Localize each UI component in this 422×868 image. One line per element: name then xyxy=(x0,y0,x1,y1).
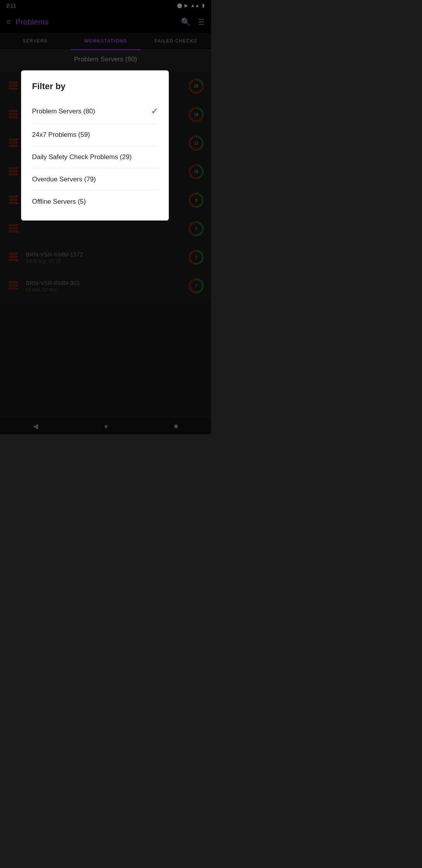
filter-modal: Filter by Problem Servers (80) ✓ 24x7 Pr… xyxy=(21,70,169,221)
filter-option-offline[interactable]: Offline Servers (5) xyxy=(32,191,158,213)
modal-title: Filter by xyxy=(32,81,158,91)
filter-option-daily-safety[interactable]: Daily Safety Check Problems (29) xyxy=(32,146,158,169)
filter-label-problem-servers: Problem Servers (80) xyxy=(32,108,95,115)
filter-label-overdue: Overdue Servers (79) xyxy=(32,176,96,183)
filter-option-problem-servers[interactable]: Problem Servers (80) ✓ xyxy=(32,99,158,124)
filter-option-overdue[interactable]: Overdue Servers (79) xyxy=(32,169,158,191)
checkmark-icon: ✓ xyxy=(151,106,158,117)
filter-label-offline: Offline Servers (5) xyxy=(32,198,86,206)
filter-label-24x7: 24x7 Problems (59) xyxy=(32,131,90,139)
filter-option-24x7[interactable]: 24x7 Problems (59) xyxy=(32,124,158,146)
filter-label-daily-safety: Daily Safety Check Problems (29) xyxy=(32,153,132,161)
